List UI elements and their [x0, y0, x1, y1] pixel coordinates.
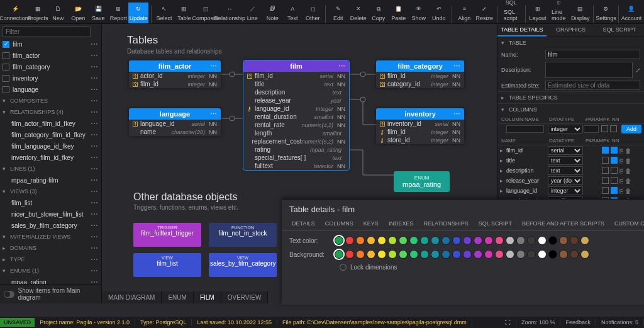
panel-tab-graphics[interactable]: GRAPHICS	[547, 24, 596, 37]
delete-icon[interactable]: 🗑	[625, 147, 631, 154]
toolbar-display[interactable]: ▤Display	[570, 3, 591, 23]
color-swatch[interactable]	[420, 250, 429, 259]
tree-domains[interactable]: ▸DOMAINS⋯	[0, 242, 101, 254]
filter-input[interactable]	[3, 26, 91, 37]
canvas-tab-overview[interactable]: OVERVIEW	[221, 291, 269, 303]
tree-language[interactable]: language⋯	[0, 84, 101, 95]
color-swatch[interactable]	[388, 250, 397, 259]
toolbar-edit[interactable]: ✎Edit	[328, 3, 348, 23]
color-swatch[interactable]	[474, 250, 482, 259]
duplicate-icon[interactable]: ⎘	[619, 157, 623, 164]
color-swatch[interactable]	[345, 236, 354, 245]
expand-icon[interactable]: ▸	[500, 188, 506, 194]
color-swatch[interactable]	[345, 250, 354, 259]
tree-film-category[interactable]: film_category⋯	[0, 61, 101, 72]
table-menu-icon[interactable]: ⋯	[453, 62, 460, 71]
detail-tab-indexes[interactable]: INDEXES	[384, 218, 419, 230]
toolbar-projects[interactable]: ▦Projects	[28, 3, 48, 23]
toolbar-connections[interactable]: ⚡Connections	[3, 3, 28, 23]
toolbar-align[interactable]: ≡Align	[454, 3, 474, 23]
color-swatch[interactable]	[409, 250, 418, 259]
canvas-tab-enum[interactable]: ENUM	[162, 291, 193, 303]
color-swatch[interactable]	[527, 250, 536, 259]
toolbar-account[interactable]: 👤Account	[621, 3, 641, 23]
more-icon[interactable]: ⋯	[91, 278, 99, 284]
section-columns[interactable]: ▾COLUMNS	[497, 104, 644, 115]
table-desc-input[interactable]	[545, 62, 633, 78]
detail-tab-details[interactable]: DETAILS	[287, 218, 320, 230]
col-description[interactable]: ▸descriptiontext⎘🗑	[497, 166, 644, 176]
tree-film-actor-film-id-fkey[interactable]: film_actor_film_id_fkey⋯	[0, 118, 101, 129]
toolbar-line[interactable]: ／Line	[242, 3, 262, 23]
detail-tab-sql-script[interactable]: SQL SCRIPT	[474, 218, 517, 230]
toolbar-save[interactable]: 💾Save	[88, 3, 108, 23]
color-swatch[interactable]	[431, 250, 440, 259]
object-film_not_in_stock[interactable]: FUNCTIONfilm_not_in_stock	[209, 223, 277, 247]
col-title[interactable]: ▸titletext⎘🗑	[497, 156, 644, 166]
color-swatch[interactable]	[335, 250, 343, 259]
more-icon[interactable]: ⋯	[91, 255, 99, 264]
object-film_list[interactable]: VIEWfilm_list	[133, 253, 201, 277]
color-swatch[interactable]	[548, 236, 557, 245]
checkbox-icon[interactable]	[3, 86, 9, 93]
more-icon[interactable]: ⋯	[91, 74, 99, 82]
more-icon[interactable]: ⋯	[91, 164, 99, 173]
col-film_id[interactable]: ▸film_idserial⎘🗑	[497, 145, 644, 156]
tree-enums[interactable]: ▾ENUMS (1)⋯	[0, 265, 101, 276]
color-swatch[interactable]	[527, 236, 536, 245]
object-sales_by_film_category[interactable]: VIEWsales_by_film_category	[209, 253, 277, 277]
delete-icon[interactable]: 🗑	[625, 188, 631, 195]
detail-tab-before-and-after-scripts[interactable]: BEFORE AND AFTER SCRIPTS	[517, 218, 609, 230]
table-film-actor[interactable]: film_actor⋯⚿actor_idintegerNN⚿film_idint…	[129, 60, 221, 88]
color-swatch[interactable]	[441, 236, 450, 245]
toolbar-other[interactable]: ◻Other	[303, 3, 323, 23]
color-swatch[interactable]	[463, 250, 472, 259]
more-icon[interactable]: ⋯	[91, 51, 99, 60]
color-swatch[interactable]	[463, 236, 472, 245]
color-swatch[interactable]	[399, 250, 408, 259]
color-swatch[interactable]	[452, 250, 461, 259]
toolbar-sql-script[interactable]: SQLSQL script	[500, 0, 523, 23]
toolbar-resize[interactable]: ⤢Resize	[474, 3, 494, 23]
duplicate-icon[interactable]: ⎘	[619, 167, 623, 174]
color-swatch[interactable]	[559, 236, 568, 245]
table-menu-icon[interactable]: ⋯	[210, 110, 217, 118]
more-icon[interactable]: ⋯	[91, 85, 99, 94]
canvas-tab-film[interactable]: FILM	[194, 291, 221, 303]
toolbar-layout[interactable]: ⊞Layout	[528, 3, 548, 23]
color-swatch[interactable]	[441, 250, 450, 259]
toolbar-table[interactable]: ▥Table	[174, 3, 194, 23]
color-swatch[interactable]	[388, 236, 397, 245]
color-swatch[interactable]	[495, 236, 504, 245]
checkbox-icon[interactable]	[3, 75, 9, 82]
tree-film-actor[interactable]: film_actor⋯	[0, 50, 101, 61]
tree-film-language-id-fkey[interactable]: film_language_id_fkey⋯	[0, 140, 101, 152]
color-swatch[interactable]	[538, 236, 547, 245]
color-swatch[interactable]	[367, 250, 375, 259]
color-swatch[interactable]	[335, 236, 343, 245]
checkbox-icon[interactable]: ✓	[3, 41, 9, 48]
toolbar-line-mode[interactable]: ⎅Line mode	[548, 0, 570, 23]
section-table[interactable]: ▾TABLE	[497, 37, 644, 48]
color-swatch[interactable]	[516, 250, 525, 259]
status-feedback[interactable]: Feedback	[560, 319, 596, 325]
expand-icon[interactable]: ▸	[500, 147, 506, 154]
tree-views[interactable]: ▾VIEWS (3)⋯	[0, 186, 101, 197]
tree-materialized-views[interactable]: ▾MATERIALIZED VIEWS⋯	[0, 231, 101, 242]
more-icon[interactable]: ⋯	[91, 198, 99, 207]
toolbar-open[interactable]: 📂Open	[68, 3, 88, 23]
color-swatch[interactable]	[495, 250, 504, 259]
add-column-button[interactable]: Add	[621, 125, 641, 133]
tree-lines[interactable]: ▾LINES (1)⋯	[0, 163, 101, 174]
color-swatch[interactable]	[399, 236, 408, 245]
color-swatch[interactable]	[484, 236, 493, 245]
lock-dimensions[interactable]: Lock dimensions	[289, 264, 636, 271]
more-icon[interactable]: ⋯	[91, 40, 99, 48]
table-film[interactable]: film⋯⚿film_idserialNNtitletextNNdescript…	[243, 60, 349, 170]
more-icon[interactable]: ⋯	[91, 62, 99, 71]
expand-icon[interactable]: ⤢	[635, 67, 640, 74]
color-swatch[interactable]	[367, 236, 375, 245]
tree-composites[interactable]: ▾COMPOSITES⋯	[0, 95, 101, 106]
color-swatch[interactable]	[506, 250, 514, 259]
toolbar-show[interactable]: 👁Show	[409, 3, 429, 23]
